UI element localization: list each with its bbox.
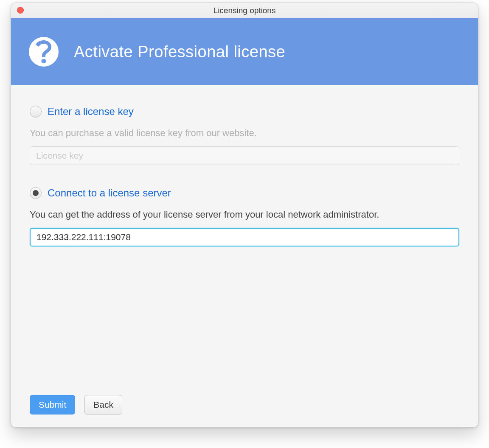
close-window-button[interactable] [17, 7, 24, 14]
help-icon [29, 37, 59, 67]
option-license-server[interactable]: Connect to a license server [30, 187, 459, 199]
submit-button[interactable]: Submit [30, 395, 75, 414]
radio-enter-key[interactable] [30, 106, 42, 118]
option-enter-key-label[interactable]: Enter a license key [48, 106, 134, 118]
footer-buttons: Submit Back [30, 395, 122, 414]
licensing-window: Licensing options Activate Professional … [11, 3, 478, 428]
radio-license-server[interactable] [30, 187, 42, 199]
page-title: Activate Professional license [74, 43, 285, 61]
enter-key-description: You can purchase a valid license key fro… [30, 128, 459, 139]
option-enter-key[interactable]: Enter a license key [30, 106, 459, 118]
content-area: Enter a license key You can purchase a v… [11, 85, 478, 427]
window-title: Licensing options [11, 6, 478, 15]
license-server-input[interactable] [30, 228, 459, 246]
license-key-input[interactable] [30, 146, 459, 165]
titlebar: Licensing options [11, 3, 478, 18]
back-button[interactable]: Back [84, 395, 122, 414]
option-license-server-label[interactable]: Connect to a license server [48, 187, 171, 199]
header-banner: Activate Professional license [11, 18, 478, 85]
license-server-description: You can get the address of your license … [30, 209, 459, 220]
window-controls [17, 7, 24, 14]
